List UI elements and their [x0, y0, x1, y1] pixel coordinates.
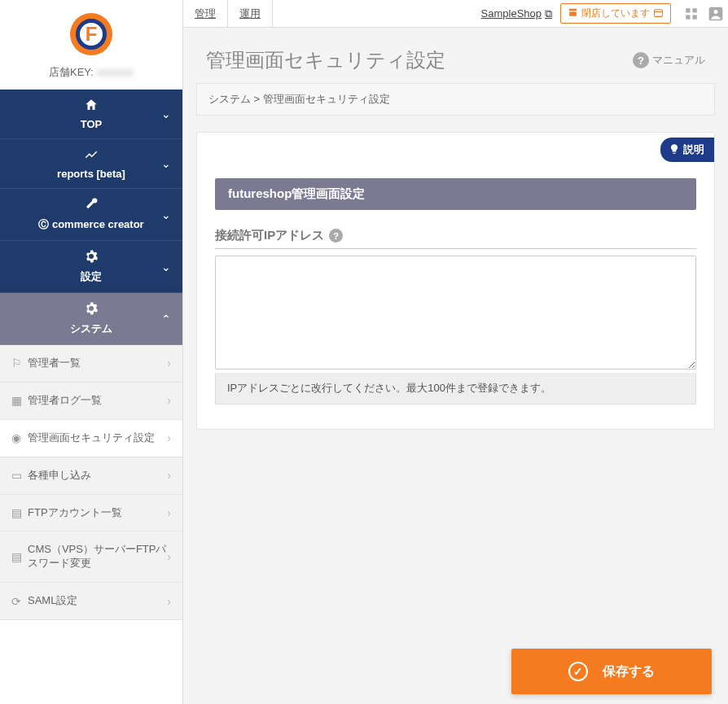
chevron-down-icon: ⌄ — [161, 208, 171, 221]
svg-rect-0 — [655, 9, 663, 16]
users-icon: ⚐ — [11, 356, 28, 369]
profile-icon[interactable] — [704, 2, 728, 26]
bulb-icon — [669, 143, 680, 157]
status-badge[interactable]: 閉店しています — [560, 3, 671, 24]
sidebar-item-label: 各種申し込み — [28, 469, 171, 483]
chart-icon — [84, 147, 99, 164]
sidebar-item-label: FTPアカウント一覧 — [28, 506, 171, 520]
status-text: 閉店しています — [581, 7, 650, 20]
page-header: 管理画面セキュリティ設定 ? マニュアル — [183, 28, 728, 83]
chevron-down-icon: ⌄ — [161, 260, 171, 273]
nav-group-settings[interactable]: 設定 ⌄ — [0, 241, 182, 293]
nav-group-reports[interactable]: reports [beta] ⌄ — [0, 139, 182, 189]
chevron-right-icon: › — [167, 431, 171, 444]
calendar-icon — [653, 7, 664, 20]
nav-label: reports [beta] — [57, 168, 125, 180]
sidebar-item-label: 管理者ログ一覧 — [28, 394, 171, 408]
save-label: 保存する — [603, 663, 655, 680]
svg-point-7 — [714, 10, 718, 14]
chevron-right-icon: › — [167, 595, 171, 608]
sidebar-item-label: CMS（VPS）サーバーFTPパスワード変更 — [28, 543, 171, 571]
question-icon: ? — [633, 52, 649, 68]
chevron-down-icon: ⌄ — [161, 107, 171, 120]
sidebar-item-cmsvps[interactable]: ▤ CMS（VPS）サーバーFTPパスワード変更 › — [0, 531, 182, 583]
shield-icon: ◉ — [11, 431, 28, 444]
chevron-up-icon: ⌃ — [161, 313, 171, 326]
svg-rect-2 — [686, 8, 690, 12]
chevron-right-icon: › — [167, 550, 171, 563]
svg-rect-4 — [686, 15, 690, 19]
shop-link[interactable]: SampleShop ⧉ — [481, 7, 552, 20]
settings-card: 説明 futureshop管理画面設定 接続許可IPアドレス ? IPアドレスご… — [196, 132, 715, 430]
breadcrumb: システム > 管理画面セキュリティ設定 — [196, 83, 715, 116]
field-label-text: 接続許可IPアドレス — [215, 228, 324, 243]
sidebar-item-label: SAML設定 — [28, 594, 171, 608]
chevron-down-icon: ⌄ — [161, 157, 171, 170]
sidebar: F 店舗KEY: xxxxxxx TOP ⌄ reports [beta] ⌄ … — [0, 0, 183, 704]
shop-key: 店舗KEY: xxxxxxx — [0, 62, 182, 90]
server-icon: ▤ — [11, 506, 28, 519]
ip-helper-text: IPアドレスごとに改行してください。最大100件まで登録できます。 — [215, 373, 696, 404]
nav-label: システム — [70, 321, 112, 336]
chevron-right-icon: › — [167, 506, 171, 519]
store-icon — [568, 7, 578, 20]
external-link-icon: ⧉ — [545, 7, 552, 20]
logo: F — [0, 0, 182, 62]
tab-operation[interactable]: 運用 — [228, 0, 273, 28]
shop-key-value: xxxxxxx — [97, 66, 134, 78]
form-icon: ▭ — [11, 469, 28, 482]
nav-group-system[interactable]: システム ⌃ — [0, 293, 182, 345]
nav-group-commerce[interactable]: Ⓒ commerce creator ⌄ — [0, 189, 182, 241]
page-title: 管理画面セキュリティ設定 — [206, 47, 633, 73]
save-button[interactable]: ✓ 保存する — [511, 649, 712, 694]
ip-address-input[interactable] — [215, 256, 696, 369]
shop-key-label: 店舗KEY: — [49, 66, 94, 78]
sidebar-item-saml[interactable]: ⟳ SAML設定 › — [0, 583, 182, 620]
check-icon: ✓ — [568, 662, 588, 681]
gear-icon — [84, 249, 99, 266]
server-icon: ▤ — [11, 550, 28, 563]
sidebar-item-adminlog[interactable]: ▦ 管理者ログ一覧 › — [0, 383, 182, 420]
section-title: futureshop管理画面設定 — [215, 178, 696, 210]
chevron-right-icon: › — [167, 469, 171, 482]
refresh-icon: ⟳ — [11, 595, 28, 608]
nav-label: Ⓒ commerce creator — [38, 217, 143, 232]
sidebar-item-label: 管理画面セキュリティ設定 — [28, 431, 171, 445]
explain-button[interactable]: 説明 — [660, 138, 714, 162]
topbar: 管理 運用 SampleShop ⧉ 閉店しています — [183, 0, 728, 28]
ip-field-label: 接続許可IPアドレス ? — [215, 228, 696, 249]
sidebar-item-apply[interactable]: ▭ 各種申し込み › — [0, 457, 182, 495]
system-submenu: ⚐ 管理者一覧 › ▦ 管理者ログ一覧 › ◉ 管理画面セキュリティ設定 › ▭… — [0, 345, 182, 620]
apps-icon[interactable] — [679, 2, 704, 26]
wrench-icon — [84, 197, 99, 214]
gear-icon — [84, 301, 99, 318]
svg-rect-3 — [693, 8, 697, 12]
explain-label: 説明 — [683, 142, 704, 157]
manual-label: マニュアル — [652, 53, 705, 68]
nav-group-top[interactable]: TOP ⌄ — [0, 90, 182, 139]
chevron-right-icon: › — [167, 356, 171, 369]
help-icon[interactable]: ? — [329, 229, 343, 243]
shop-link-label: SampleShop — [481, 7, 542, 20]
main: 管理 運用 SampleShop ⧉ 閉店しています 管理画面セキュリティ設定 … — [183, 0, 728, 704]
sidebar-item-label: 管理者一覧 — [28, 356, 171, 370]
grid-icon: ▦ — [11, 394, 28, 407]
nav-label: TOP — [81, 118, 103, 130]
home-icon — [84, 98, 99, 115]
chevron-right-icon: › — [167, 394, 171, 407]
nav-label: 設定 — [81, 269, 102, 284]
manual-link[interactable]: ? マニュアル — [633, 52, 705, 68]
sidebar-item-security[interactable]: ◉ 管理画面セキュリティ設定 › — [0, 420, 182, 457]
sidebar-item-ftp[interactable]: ▤ FTPアカウント一覧 › — [0, 495, 182, 532]
tab-manage[interactable]: 管理 — [183, 0, 228, 28]
sidebar-item-admins[interactable]: ⚐ 管理者一覧 › — [0, 345, 182, 383]
svg-rect-5 — [693, 15, 697, 19]
